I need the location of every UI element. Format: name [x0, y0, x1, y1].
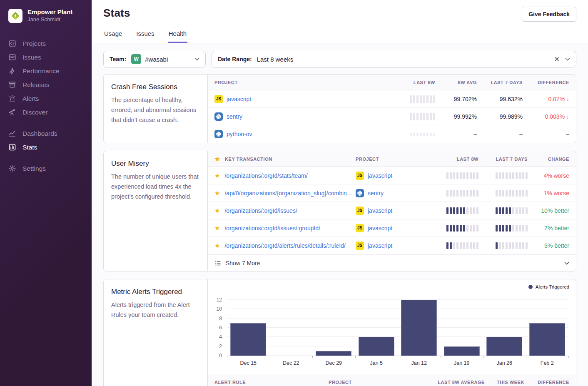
misery-bar-last-8w	[429, 172, 478, 179]
table-row: JSjavascript 99.702% 99.632% 0.07% ↓	[208, 90, 576, 108]
project-link[interactable]: javascript	[227, 96, 251, 102]
legend-dot-icon	[528, 285, 533, 289]
last7-value: –	[519, 131, 523, 137]
key-transaction-star-icon[interactable]: ★	[214, 207, 220, 214]
stats-icon	[8, 143, 16, 151]
discover-icon	[8, 108, 16, 116]
org-switcher[interactable]: Empower Plant Jane Schmidt	[0, 0, 92, 27]
alerts-table-header: ALERT RULE PROJECT LAST 8W AVERAGE THIS …	[208, 374, 576, 386]
sidebar-item-settings[interactable]: Settings	[0, 162, 92, 175]
sidebar-item-performance[interactable]: Performance	[0, 64, 92, 78]
python-icon	[214, 112, 223, 121]
javascript-icon: JS	[356, 224, 364, 232]
show-more-button[interactable]: Show 7 More	[208, 254, 576, 271]
chart-plot-area: 024681012	[227, 295, 568, 356]
table-row: python-ov – – –	[208, 125, 576, 143]
change-value: 7% better	[544, 225, 569, 232]
project-link[interactable]: python-ov	[227, 131, 252, 137]
trend-sparkline	[410, 133, 435, 136]
team-avatar: W	[131, 54, 141, 64]
key-transaction-star-icon[interactable]: ★	[214, 172, 220, 179]
page-title: Stats	[103, 7, 130, 20]
tab-issues[interactable]: Issues	[135, 30, 155, 43]
bar	[486, 337, 522, 356]
last7-value: 99.989%	[500, 113, 523, 120]
table-row: ★/organizations/:orgId/alerts/rules/deta…	[208, 237, 576, 254]
down-arrow-icon: ↓	[566, 96, 569, 102]
bar	[230, 323, 266, 356]
transaction-link[interactable]: /organizations/:orgId/alerts/rules/detai…	[224, 242, 345, 249]
trend-sparkline	[410, 95, 435, 103]
star-icon: ★	[214, 156, 220, 162]
project-link[interactable]: javascript	[368, 242, 392, 249]
panel-description: The percentage of healthy, errored, and …	[111, 95, 200, 125]
avg-value: –	[473, 131, 477, 137]
team-label: Team:	[110, 56, 126, 62]
crash-free-sessions-panel: Crash Free Sessions The percentage of he…	[103, 74, 576, 143]
avg-value: 99.992%	[454, 113, 477, 120]
sidebar-item-stats[interactable]: Stats	[0, 140, 92, 154]
sidebar-item-label: Discover	[22, 109, 47, 116]
table-row: sentry 99.992% 99.989% 0.003% ↓	[208, 108, 576, 125]
page-header: Stats Give Feedback Usage Issues Health	[92, 0, 588, 43]
panel-title: Metric Alerts Triggered	[111, 288, 200, 296]
date-range-selector[interactable]: Date Range: Last 8 weeks	[212, 51, 576, 67]
javascript-icon: JS	[356, 172, 364, 180]
sidebar-item-discover[interactable]: Discover	[0, 105, 92, 119]
javascript-icon: JS	[214, 95, 223, 103]
avg-value: 99.702%	[454, 96, 477, 102]
misery-bar-last-7d	[478, 207, 528, 214]
difference-value: 0.07%	[548, 96, 565, 102]
project-link[interactable]: javascript	[368, 172, 392, 179]
legend-label: Alerts Triggered	[536, 284, 569, 289]
chevron-down-icon[interactable]	[565, 57, 570, 61]
trend-sparkline	[410, 113, 435, 120]
sidebar-item-projects[interactable]: Projects	[0, 37, 92, 50]
transaction-link[interactable]: /organizations/:orgId/stats/team/	[224, 172, 307, 179]
chart-legend[interactable]: Alerts Triggered	[528, 284, 569, 289]
table-row: ★/organizations/:orgId/issues/ JSjavascr…	[208, 202, 576, 219]
bar	[316, 351, 351, 356]
panel-description: The number of unique users that experien…	[111, 172, 200, 202]
stats-tabs: Usage Issues Health	[103, 30, 576, 43]
team-selector[interactable]: Team: W #wasabi	[103, 51, 206, 67]
project-link[interactable]: sentry	[368, 190, 384, 197]
python-icon	[214, 130, 223, 138]
transaction-link[interactable]: /organizations/:orgId/issues/	[224, 207, 297, 214]
team-value: #wasabi	[145, 56, 168, 63]
tab-health[interactable]: Health	[168, 30, 187, 43]
misery-bar-last-7d	[478, 172, 528, 179]
table-header: PROJECT LAST 8W 8W AVG LAST 7 DAYS DIFFE…	[208, 75, 576, 90]
chevron-down-icon	[194, 57, 199, 61]
date-range-value: Last 8 weeks	[257, 56, 294, 63]
sidebar-item-issues[interactable]: Issues	[0, 50, 92, 64]
sidebar-item-alerts[interactable]: Alerts	[0, 92, 92, 105]
org-logo-icon	[8, 9, 22, 23]
transaction-link[interactable]: /organizations/:orgId/issues/:groupId/	[224, 225, 320, 232]
change-value: 10% better	[541, 207, 569, 214]
settings-icon	[8, 164, 16, 172]
metric-alerts-panel: Metric Alerts Triggered Alerts triggered…	[103, 279, 576, 386]
date-range-label: Date Range:	[218, 56, 252, 62]
clear-date-icon[interactable]	[554, 57, 559, 62]
sidebar-item-dashboards[interactable]: Dashboards	[0, 127, 92, 140]
project-link[interactable]: javascript	[368, 207, 392, 214]
give-feedback-button[interactable]: Give Feedback	[522, 7, 576, 22]
key-transaction-star-icon[interactable]: ★	[214, 242, 220, 249]
org-user: Jane Schmidt	[27, 16, 72, 23]
sidebar-item-label: Dashboards	[22, 130, 57, 137]
key-transaction-star-icon[interactable]: ★	[214, 225, 220, 231]
project-link[interactable]: sentry	[227, 113, 242, 120]
sidebar-item-releases[interactable]: Releases	[0, 78, 92, 92]
tab-usage[interactable]: Usage	[103, 30, 123, 43]
releases-icon	[8, 81, 16, 89]
project-link[interactable]: javascript	[368, 225, 392, 232]
transaction-link[interactable]: /api/0/organizations/{organization_slug}…	[224, 190, 356, 197]
sidebar-nav: Projects Issues Performance Releases	[0, 37, 92, 175]
key-transaction-star-icon[interactable]: ★	[214, 190, 220, 196]
chart-bars	[227, 295, 568, 356]
change-value: 4% worse	[544, 172, 569, 179]
last7-value: 99.632%	[500, 96, 523, 102]
misery-bar-last-8w	[429, 207, 478, 214]
table-row: ★/organizations/:orgId/stats/team/ JSjav…	[208, 167, 576, 184]
